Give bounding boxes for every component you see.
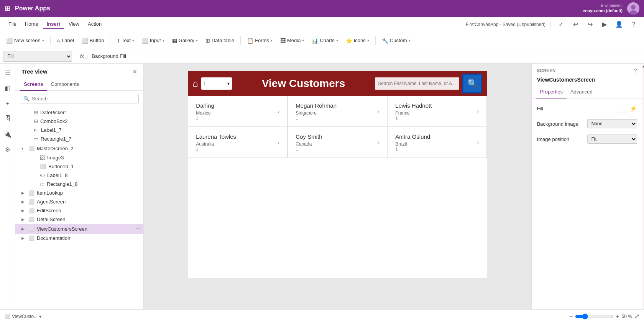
zoom-out-button[interactable]: −	[569, 313, 573, 320]
check-icon[interactable]: ✓	[555, 19, 567, 30]
customer-card[interactable]: Lewis Hadnott France 1 ›	[387, 96, 487, 127]
customer-location: Brazil	[395, 141, 430, 147]
new-screen-button[interactable]: ⬜ New screen ▾	[3, 36, 47, 45]
customer-card[interactable]: Anitra Oslund Brazil 1 ›	[387, 127, 487, 158]
status-bar: ⬜ ViewCusto... ▾ − + 50 % ⤢	[0, 309, 644, 323]
formula-input[interactable]	[92, 51, 641, 62]
data-icon[interactable]: 🗄	[2, 113, 14, 125]
menu-item-file[interactable]: File	[5, 20, 20, 29]
menu-item-insert[interactable]: Insert	[43, 20, 64, 29]
canvas-area: ⌂ 1 ▾ View Customers 🔍 Darling Mexico 1 …	[144, 64, 531, 323]
tree-item-combobox2[interactable]: ⊟ ComboBox2	[15, 117, 143, 126]
tree-item-documentation[interactable]: ▶ ⬜ Documentation	[15, 234, 143, 243]
customer-card[interactable]: Coy Smith Canada 1 ›	[288, 127, 387, 158]
plus-icon[interactable]: ＋	[2, 97, 14, 110]
right-panel-expand-button[interactable]: ›	[642, 64, 644, 323]
tab-advanced[interactable]: Advanced	[567, 86, 596, 98]
fullscreen-button[interactable]: ⤢	[634, 313, 639, 320]
customer-card[interactable]: Laurena Towles Australia 1 ›	[188, 127, 288, 158]
puzzle-icon[interactable]: 🔌	[2, 128, 14, 140]
input-button[interactable]: ⬜ Input ▾	[139, 36, 168, 45]
tree-item-editscreen[interactable]: ▶ ⬜ EditScreen	[15, 206, 143, 215]
prop-fill-value: ⚡	[618, 104, 637, 113]
image-pos-select[interactable]: Fit	[587, 134, 637, 144]
charts-button[interactable]: 📊 Charts ▾	[309, 36, 341, 45]
customer-name: Anitra Oslund	[395, 133, 430, 140]
tree-item-button10_1[interactable]: ⬜ Button10_1	[15, 162, 143, 171]
menu-item-view[interactable]: View	[65, 20, 83, 29]
undo-icon[interactable]: ↩	[570, 19, 581, 30]
play-icon[interactable]: ▶	[599, 19, 610, 30]
custom-button[interactable]: 🔧 Custom ▾	[379, 36, 414, 45]
user-icon[interactable]: 👤	[613, 19, 625, 30]
search-input[interactable]	[32, 96, 135, 102]
redo-icon[interactable]: ↪	[584, 19, 596, 30]
property-select[interactable]: Fill	[3, 51, 72, 62]
formula-bar: Fill fx |	[0, 49, 644, 64]
customer-info: Coy Smith Canada 1	[296, 133, 322, 151]
app-status: FirstCanvasApp - Saved (Unpublished)	[466, 22, 550, 27]
customer-card[interactable]: Darling Mexico 1 ›	[188, 96, 288, 127]
tree-item-datepicker1[interactable]: ⊟ DatePicker1	[15, 108, 143, 117]
fill-formula-icon[interactable]: ⚡	[629, 105, 637, 112]
screen-label: SCREEN	[537, 68, 556, 73]
props-content: Fill ⚡ Background image None Image	[532, 98, 642, 155]
tree-item-label1_8[interactable]: 🏷 Label1_8	[15, 171, 143, 180]
home-icon[interactable]: ⌂	[192, 78, 198, 89]
expander-icon[interactable]: ▶	[21, 200, 27, 204]
gallery-button[interactable]: ▦ Gallery ▾	[169, 36, 201, 45]
fx-label: fx	[80, 53, 84, 59]
expander-icon[interactable]: ▶	[21, 208, 27, 213]
hamburger-icon[interactable]: ☰	[2, 67, 14, 79]
expander-icon[interactable]: ▶	[21, 217, 27, 221]
tree-item-image3[interactable]: 🖼 Image3	[15, 153, 143, 162]
tree-item-rectangle1_7[interactable]: ▭ Rectangle1_7	[15, 134, 143, 143]
menu-item-home[interactable]: Home	[21, 20, 42, 29]
button-button[interactable]: ⬜ Button	[79, 36, 107, 45]
help-icon[interactable]: ?	[628, 19, 639, 30]
media-button[interactable]: 🖼 Media ▾	[277, 36, 307, 45]
expander-icon[interactable]: ▶	[21, 227, 27, 231]
expander-icon[interactable]: ▶	[21, 236, 27, 240]
zoom-in-button[interactable]: +	[616, 313, 619, 320]
expander-icon[interactable]: ▾	[21, 146, 27, 151]
forms-button[interactable]: 📋 Forms ▾	[244, 36, 276, 45]
customer-card[interactable]: Megan Rohman Singapore 1 ›	[288, 96, 387, 127]
tree-item-detailscreen[interactable]: ▶ ⬜ DetailScreen	[15, 215, 143, 224]
label-button[interactable]: A Label	[54, 36, 77, 45]
tree-item-viewcustomersscreen[interactable]: ▶ ⬜ ViewCustomersScreen ···	[15, 224, 143, 234]
search-input-app[interactable]	[375, 77, 459, 90]
canvas-frame: ⌂ 1 ▾ View Customers 🔍 Darling Mexico 1 …	[188, 71, 487, 278]
settings-icon[interactable]: ⚙	[2, 143, 14, 156]
layers-icon[interactable]: ◧	[2, 82, 14, 94]
more-options-icon[interactable]: ···	[135, 225, 140, 232]
chevron-down-icon[interactable]: ▾	[39, 314, 41, 319]
zoom-slider[interactable]	[575, 313, 613, 320]
tree-item-agentscreen[interactable]: ▶ ⬜ AgentScreen	[15, 197, 143, 206]
tree-item-itemlookup[interactable]: ▶ ⬜ ItemLookup	[15, 189, 143, 197]
search-button-app[interactable]: 🔍	[462, 74, 482, 93]
text-button[interactable]: T Text ▾	[113, 36, 137, 45]
tree-item-label1_7[interactable]: 🏷 Label1_7	[15, 126, 143, 134]
menu-item-action[interactable]: Action	[84, 20, 105, 29]
page-dropdown[interactable]: 1 ▾	[201, 77, 232, 90]
tree-close-button[interactable]: ✕	[133, 69, 137, 75]
apps-grid-icon[interactable]: ⊞	[5, 4, 10, 13]
screen-icon: ⬜	[28, 216, 34, 222]
user-avatar[interactable]	[627, 2, 639, 15]
data-table-button[interactable]: ⊞ Data table	[202, 36, 237, 45]
tab-screens[interactable]: Screens	[20, 78, 47, 91]
bg-image-select[interactable]: None	[587, 119, 637, 128]
tab-properties[interactable]: Properties	[536, 86, 567, 98]
screen-name-status[interactable]: ⬜ ViewCusto... ▾	[5, 314, 41, 319]
tab-components[interactable]: Components	[47, 78, 83, 91]
prop-bg-image-value: None	[587, 119, 637, 128]
rectangle-icon: ▭	[40, 181, 44, 187]
tree-item-masterscreen2[interactable]: ▾ ⬜ MasterScreen_2 ···	[15, 143, 143, 153]
expander-icon[interactable]: ▶	[21, 191, 27, 195]
customer-location: Mexico	[196, 110, 214, 116]
fill-color-swatch[interactable]	[618, 104, 627, 113]
help-icon[interactable]: ?	[634, 67, 637, 74]
tree-item-rectangle1_8[interactable]: ▭ Rectangle1_8	[15, 180, 143, 189]
icons-button[interactable]: ⭐ Icons ▾	[343, 36, 372, 45]
